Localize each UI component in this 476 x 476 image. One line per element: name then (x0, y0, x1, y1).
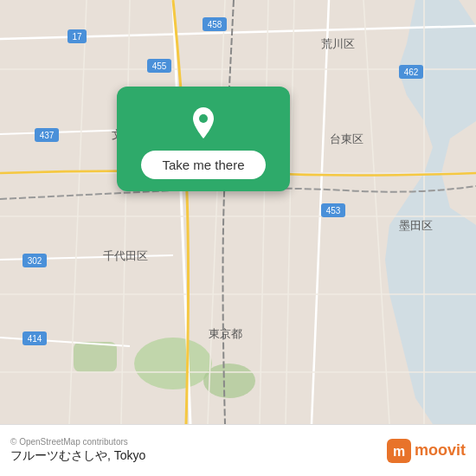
svg-point-1 (134, 338, 212, 389)
location-pin-icon (184, 104, 222, 142)
svg-point-2 (203, 363, 255, 398)
copyright-text: © OpenStreetMap contributors (10, 437, 145, 447)
place-name: フルーツむさしや, Tokyo (10, 448, 145, 464)
svg-text:東京都: 東京都 (209, 327, 242, 340)
svg-text:462: 462 (404, 68, 419, 77)
svg-text:千代田区: 千代田区 (103, 249, 148, 262)
svg-rect-3 (74, 342, 117, 372)
svg-point-44 (199, 114, 208, 123)
svg-text:荒川区: 荒川区 (321, 37, 355, 50)
svg-text:414: 414 (28, 334, 42, 344)
svg-text:453: 453 (326, 206, 341, 215)
svg-text:437: 437 (40, 131, 55, 140)
svg-text:台東区: 台東区 (330, 132, 363, 145)
svg-text:m: m (393, 444, 405, 459)
moovit-logo: m moovit (387, 439, 466, 463)
popup-card: Take me there (117, 87, 290, 191)
take-me-there-button[interactable]: Take me there (141, 151, 265, 179)
svg-text:墨田区: 墨田区 (399, 219, 433, 232)
svg-text:302: 302 (28, 256, 42, 266)
bottom-bar: © OpenStreetMap contributors フルーツむさしや, T… (0, 424, 476, 476)
map-svg: 荒川区 文京区 台東区 墨田区 千代田区 東京都 17 458 455 462 … (0, 0, 476, 424)
bottom-info: © OpenStreetMap contributors フルーツむさしや, T… (10, 437, 145, 464)
svg-text:458: 458 (208, 20, 222, 29)
moovit-icon: m (387, 439, 411, 463)
svg-text:455: 455 (152, 61, 167, 71)
svg-text:17: 17 (72, 32, 82, 42)
moovit-label: moovit (415, 441, 466, 460)
map-container: 荒川区 文京区 台東区 墨田区 千代田区 東京都 17 458 455 462 … (0, 0, 476, 424)
